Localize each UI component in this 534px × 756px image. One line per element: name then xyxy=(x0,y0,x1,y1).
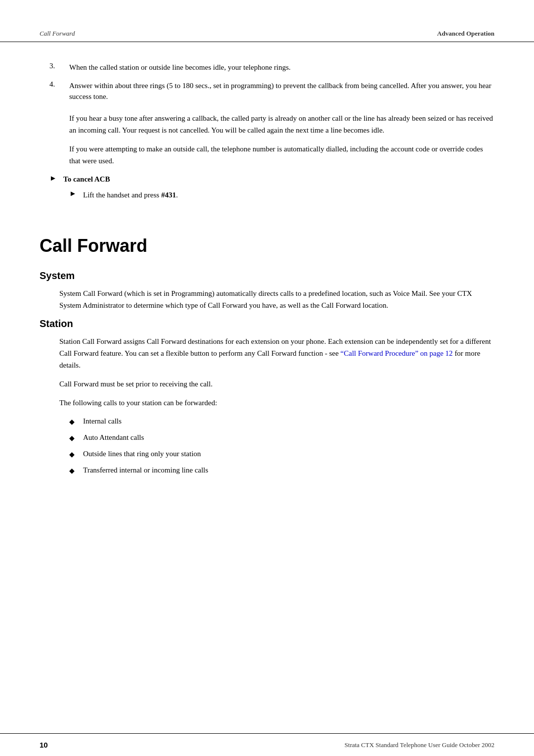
to-cancel-acb-label: To cancel ACB xyxy=(63,174,110,185)
arrow-right-icon: ► xyxy=(49,174,63,183)
header-left: Call Forward xyxy=(40,30,75,38)
page-header: Call Forward Advanced Operation xyxy=(0,0,534,42)
list-num-3: 3. xyxy=(49,62,69,73)
system-title: System xyxy=(40,270,494,282)
spacer xyxy=(40,206,494,216)
page-footer: 10 Strata CTX Standard Telephone User Gu… xyxy=(0,733,534,756)
main-section-title: Call Forward xyxy=(40,236,494,256)
bullet-list: ◆ Internal calls ◆ Auto Attendant calls … xyxy=(69,416,494,476)
page: Call Forward Advanced Operation 3. When … xyxy=(0,0,534,756)
cancel-acb-code: #431 xyxy=(161,191,176,199)
to-cancel-acb-label-bold: To cancel ACB xyxy=(63,175,110,183)
main-content: 3. When the called station or outside li… xyxy=(0,42,534,511)
list-num-4: 4. xyxy=(49,80,69,102)
para-outside-call: If you were attempting to make an outsid… xyxy=(69,143,494,167)
system-para: System Call Forward (which is set in Pro… xyxy=(59,287,494,311)
list-item: ◆ Transferred internal or incoming line … xyxy=(69,465,494,476)
bullet-diamond-icon: ◆ xyxy=(69,466,83,476)
list-item: ◆ Outside lines that ring only your stat… xyxy=(69,448,494,460)
cancel-acb-period: . xyxy=(176,191,178,199)
list-item-4: 4. Answer within about three rings (5 to… xyxy=(40,80,494,102)
cancel-acb-text: Lift the handset and press #431. xyxy=(83,189,178,201)
list-item-3: 3. When the called station or outside li… xyxy=(40,62,494,73)
cancel-acb-instruction: ► Lift the handset and press #431. xyxy=(40,189,494,201)
station-para3: The following calls to your station can … xyxy=(59,397,494,409)
sub-arrow-icon: ► xyxy=(69,189,83,198)
footer-book-title: Strata CTX Standard Telephone User Guide… xyxy=(345,741,494,749)
bullet-text-4: Transferred internal or incoming line ca… xyxy=(83,465,208,476)
station-title: Station xyxy=(40,318,494,330)
list-item: ◆ Auto Attendant calls xyxy=(69,432,494,443)
bullet-diamond-icon: ◆ xyxy=(69,433,83,443)
list-item: ◆ Internal calls xyxy=(69,416,494,427)
bullet-text-1: Internal calls xyxy=(83,416,122,427)
station-link[interactable]: “Call Forward Procedure” on page 12 xyxy=(341,349,453,357)
cancel-acb-instruction-text: Lift the handset and press xyxy=(83,191,161,199)
para-busy-tone: If you hear a busy tone after answering … xyxy=(69,112,494,136)
bullet-text-3: Outside lines that ring only your statio… xyxy=(83,448,201,460)
station-para1: Station Call Forward assigns Call Forwar… xyxy=(59,335,494,371)
station-para2: Call Forward must be set prior to receiv… xyxy=(59,378,494,390)
bullet-diamond-icon: ◆ xyxy=(69,417,83,427)
footer-page-number: 10 xyxy=(40,741,48,749)
bullet-text-2: Auto Attendant calls xyxy=(83,432,144,443)
to-cancel-acb: ► To cancel ACB xyxy=(40,174,494,185)
header-right: Advanced Operation xyxy=(437,30,494,38)
list-text-3: When the called station or outside line … xyxy=(69,62,291,73)
bullet-diamond-icon: ◆ xyxy=(69,449,83,460)
list-text-4: Answer within about three rings (5 to 18… xyxy=(69,80,494,102)
numbered-list: 3. When the called station or outside li… xyxy=(40,62,494,102)
